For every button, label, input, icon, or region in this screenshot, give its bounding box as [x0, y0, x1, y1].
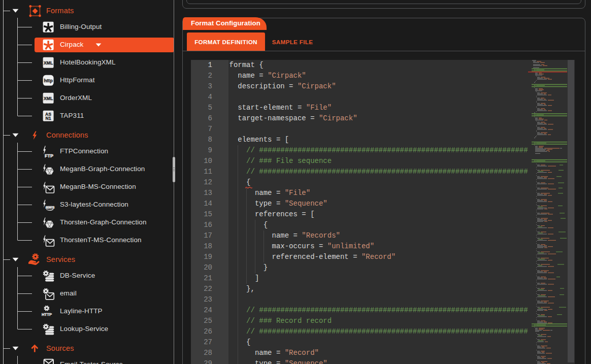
svg-text:http: http	[44, 78, 53, 83]
svg-text:aws: aws	[45, 204, 54, 210]
svg-text:XML: XML	[44, 60, 53, 65]
svg-text:XML: XML	[44, 96, 53, 101]
svg-text:N1: N1	[46, 116, 51, 121]
svg-text:FTP: FTP	[45, 153, 53, 158]
svg-text:HTTP: HTTP	[42, 312, 52, 317]
